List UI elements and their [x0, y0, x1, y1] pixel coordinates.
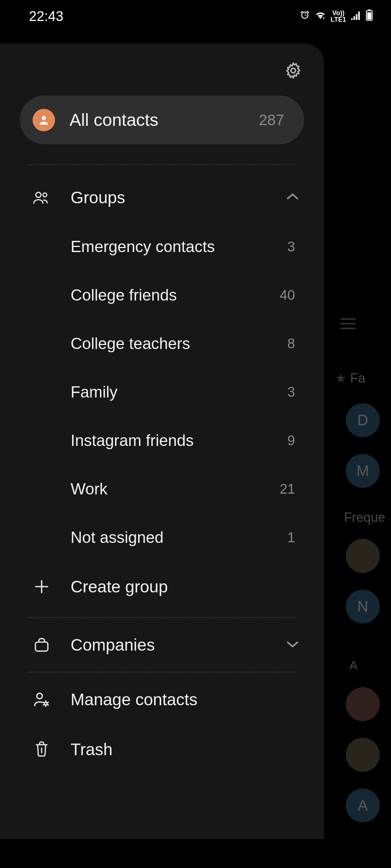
- divider: [29, 164, 295, 165]
- contact-avatar[interactable]: [346, 539, 380, 573]
- svg-point-6: [43, 193, 47, 197]
- group-label: College teachers: [71, 335, 287, 353]
- group-label: Not assigned: [71, 528, 287, 546]
- contact-avatar[interactable]: [346, 687, 380, 721]
- battery-icon: [366, 9, 373, 24]
- group-item-college-teachers[interactable]: College teachers 8: [0, 319, 324, 368]
- create-group-button[interactable]: Create group: [0, 562, 324, 612]
- group-count: 40: [280, 288, 295, 303]
- group-count: 9: [287, 433, 295, 448]
- chevron-up-icon: [286, 193, 299, 202]
- group-label: Instagram friends: [71, 431, 287, 450]
- companies-section[interactable]: Companies: [0, 620, 324, 670]
- hamburger-icon[interactable]: [340, 318, 356, 329]
- svg-point-5: [36, 192, 41, 197]
- svg-rect-2: [367, 12, 371, 20]
- svg-rect-7: [35, 642, 48, 651]
- navigation-drawer: All contacts 287 Groups Emergency contac…: [0, 43, 324, 839]
- divider: [29, 672, 295, 673]
- group-item-work[interactable]: Work 21: [0, 465, 324, 513]
- group-label: College friends: [71, 286, 280, 304]
- group-label: Work: [71, 480, 280, 498]
- group-label: Family: [71, 383, 287, 401]
- svg-rect-1: [368, 9, 370, 10]
- svg-point-8: [37, 693, 42, 699]
- signal-icon: [350, 10, 361, 22]
- status-time: 22:43: [29, 9, 63, 24]
- contact-avatar[interactable]: A: [346, 788, 380, 822]
- group-item-college-friends[interactable]: College friends 40: [0, 271, 324, 319]
- groups-label: Groups: [71, 188, 286, 207]
- contact-avatar[interactable]: [346, 738, 380, 772]
- all-contacts-count: 287: [259, 111, 284, 129]
- group-count: 8: [287, 336, 295, 352]
- companies-label: Companies: [71, 635, 286, 655]
- group-count: 3: [287, 239, 295, 255]
- status-icons: Vo)) LTE1: [299, 9, 373, 24]
- alarm-icon: [299, 10, 310, 23]
- briefcase-icon: [33, 637, 51, 652]
- group-label: Emergency contacts: [71, 238, 287, 256]
- group-count: 1: [287, 530, 295, 545]
- groups-icon: [33, 190, 51, 205]
- wifi-icon: [315, 10, 326, 23]
- groups-section-header[interactable]: Groups: [0, 173, 324, 222]
- group-count: 21: [280, 481, 295, 497]
- svg-point-9: [45, 702, 47, 705]
- trash-icon: [33, 741, 51, 758]
- person-icon: [33, 109, 55, 131]
- chevron-down-icon: [286, 641, 299, 649]
- group-count: 3: [287, 384, 295, 400]
- all-contacts-button[interactable]: All contacts 287: [20, 95, 304, 144]
- contact-avatar[interactable]: D: [346, 403, 380, 437]
- settings-icon[interactable]: [284, 61, 302, 81]
- all-contacts-label: All contacts: [70, 110, 259, 130]
- person-gear-icon: [33, 692, 51, 707]
- trash-label: Trash: [71, 740, 299, 759]
- group-item-instagram[interactable]: Instagram friends 9: [0, 416, 324, 465]
- contact-avatar[interactable]: M: [346, 454, 380, 488]
- svg-point-4: [42, 116, 46, 120]
- contact-avatar[interactable]: N: [346, 590, 380, 624]
- group-item-not-assigned[interactable]: Not assigned 1: [0, 513, 324, 562]
- group-item-emergency[interactable]: Emergency contacts 3: [0, 222, 324, 271]
- create-group-label: Create group: [71, 577, 299, 596]
- lte-indicator: Vo)) LTE1: [331, 10, 346, 23]
- manage-contacts-button[interactable]: Manage contacts: [0, 675, 324, 724]
- group-item-family[interactable]: Family 3: [0, 368, 324, 416]
- svg-point-3: [291, 68, 296, 73]
- favorites-header: ★ Fa: [335, 371, 365, 386]
- manage-contacts-label: Manage contacts: [71, 690, 299, 709]
- status-bar: 22:43 Vo)) LTE1: [0, 0, 391, 33]
- letter-header: A: [349, 658, 358, 672]
- frequent-header: Freque: [344, 510, 385, 525]
- background-contacts: ★ Fa D M Freque N A A: [324, 43, 391, 868]
- plus-icon: [33, 579, 51, 595]
- divider: [29, 617, 295, 618]
- trash-button[interactable]: Trash: [0, 724, 324, 774]
